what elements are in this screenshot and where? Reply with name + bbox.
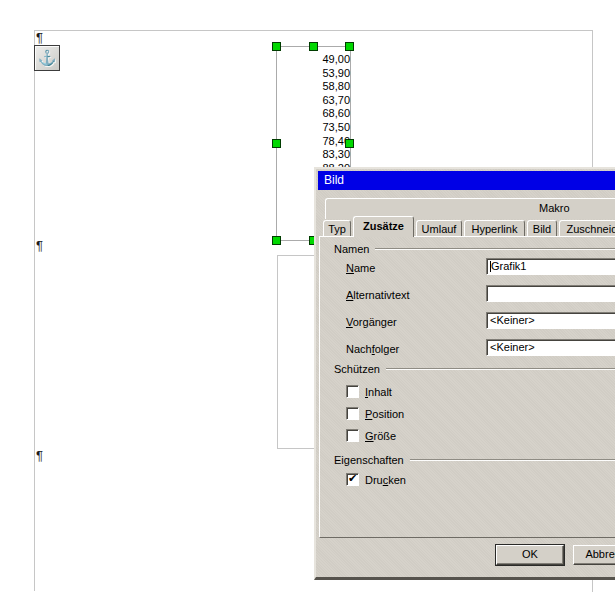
group-namen-label: Namen [334,243,369,255]
anchor-icon[interactable]: ⚓ [34,45,60,71]
position-checkbox[interactable] [346,407,359,420]
paragraph-mark: ¶ [36,239,43,252]
inhalt-row: Inhalt [346,385,392,398]
name-label: Name [346,262,375,275]
drucken-row: Drucken [346,473,406,486]
chart-axis-value: 63,70 [280,94,350,108]
cancel-button[interactable]: Abbrechen [573,545,615,565]
tab-umlauf[interactable]: Umlauf [416,220,462,237]
tab-strip: Typ Zusätze Umlauf Hyperlink Bild Zuschn… [323,216,615,237]
chart-axis-value: 49,00 [280,53,350,67]
text-boundary-left [34,30,35,591]
position-label[interactable]: Position [365,408,404,420]
alternativtext-input[interactable] [486,285,615,302]
group-line [375,248,615,250]
tab-makro-label: Makro [539,202,570,214]
groesse-checkbox[interactable] [346,429,359,442]
groesse-row: Größe [346,429,396,442]
chart-axis-value: 58,80 [280,80,350,94]
chart-axis-labels[interactable]: 49,0053,9058,8063,7068,6073,5078,4083,30… [280,53,350,175]
writer-document-view: { "page": { "paragraph_mark": "¶", "anch… [0,0,615,594]
chart-axis-value: 73,50 [280,121,350,135]
chart-axis-value: 78,40 [280,135,350,149]
chart-axis-value: 68,60 [280,107,350,121]
text-boundary-top [34,30,592,31]
tab-page-zusaetze: Namen Name Grafik1 Alternativtext Vorgän… [319,236,615,538]
inhalt-checkbox[interactable] [346,385,359,398]
nachfolger-input[interactable]: <Keiner> [486,339,615,356]
chart-axis-value: 53,90 [280,67,350,81]
chart-axis-value: 83,30 [280,148,350,162]
tab-hyperlink[interactable]: Hyperlink [464,220,525,237]
group-namen: Namen [334,242,615,255]
tab-bild[interactable]: Bild [527,220,557,237]
dialog-titlebar[interactable]: Bild [318,171,615,190]
drucken-checkbox[interactable] [346,473,359,486]
nachfolger-label: Nachfolger [346,343,399,356]
tab-zuschneiden[interactable]: Zuschneiden [559,220,615,237]
tab-typ[interactable]: Typ [323,220,351,237]
vorgaenger-label: Vorgänger [346,316,397,329]
group-line [386,368,615,370]
ok-button[interactable]: OK [496,545,564,565]
paragraph-mark: ¶ [36,449,43,462]
group-schuetzen-label: Schützen [334,363,380,375]
selection-handle-top-middle[interactable] [309,42,318,51]
paragraph-mark: ¶ [36,31,43,44]
alternativtext-label: Alternativtext [346,289,410,302]
selection-handle-middle-left[interactable] [272,139,281,148]
selection-handle-top-right[interactable] [345,42,354,51]
selection-handle-bottom-left[interactable] [272,236,281,245]
selection-handle-top-left[interactable] [272,42,281,51]
vorgaenger-input[interactable]: <Keiner> [486,312,615,329]
selection-handle-middle-right[interactable] [345,139,354,148]
groesse-label[interactable]: Größe [365,430,396,442]
group-eigenschaften: Eigenschaften [334,453,615,466]
inhalt-label[interactable]: Inhalt [365,386,392,398]
tab-zusaetze[interactable]: Zusätze [353,216,414,237]
bild-dialog: Bild Makro Typ Zusätze Umlauf Hyperlink … [314,167,615,580]
drucken-label[interactable]: Drucken [365,474,406,486]
group-line [410,459,615,461]
position-row: Position [346,407,404,420]
anchor-glyph: ⚓ [38,49,57,67]
group-schuetzen: Schützen [334,362,615,375]
name-input[interactable]: Grafik1 [486,258,615,275]
group-eigenschaften-label: Eigenschaften [334,454,404,466]
